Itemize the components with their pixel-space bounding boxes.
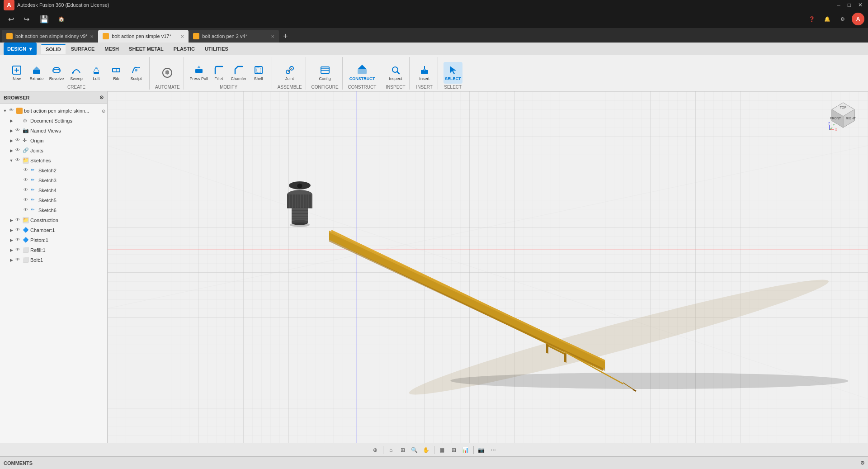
tree-item-piston1[interactable]: ▶ 👁 🔷 Piston:1 xyxy=(0,235,107,245)
loft-button[interactable]: Loft xyxy=(87,62,106,84)
tree-item-sketch5[interactable]: ▶ 👁 ✏ Sketch5 xyxy=(0,195,107,205)
tree-item-origin[interactable]: ▶ 👁 ✛ Origin xyxy=(0,136,107,146)
fillet-label: Fillet xyxy=(214,76,223,81)
extrude-button[interactable]: Extrude xyxy=(27,62,46,84)
sketch-icon-3: ✏ xyxy=(31,177,37,184)
user-avatar[interactable]: A xyxy=(852,13,864,25)
ribbon-tab-sheet-metal[interactable]: SHEET METAL xyxy=(124,44,168,53)
sculpt-button[interactable]: Sculpt xyxy=(127,62,146,84)
eye-icon-piston1[interactable]: 👁 xyxy=(15,237,22,243)
undo-button[interactable]: ↩ xyxy=(4,12,18,26)
tab-2[interactable]: bolt action pen simple v17* × xyxy=(98,30,189,43)
tree-item-sketch6[interactable]: ▶ 👁 ✏ Sketch6 xyxy=(0,205,107,215)
help-button[interactable]: ❓ xyxy=(806,13,818,25)
more-tools-button[interactable]: ⋯ xyxy=(488,445,498,455)
tree-item-joints[interactable]: ▶ 👁 🔗 Joints xyxy=(0,146,107,156)
tree-item-doc-settings[interactable]: ▶ 👁 ⚙ Document Settings xyxy=(0,116,107,126)
ribbon: DESIGN ▼ SOLID SURFACE MESH SHEET METAL … xyxy=(0,43,868,91)
configure-section-label: CONFIGURE xyxy=(311,85,339,90)
press-pull-button[interactable]: Press Pull xyxy=(189,62,208,84)
eye-icon-chamber1[interactable]: 👁 xyxy=(15,227,22,233)
eye-icon-sketch3[interactable]: 👁 xyxy=(24,177,30,184)
tree-arrow-refill1: ▶ xyxy=(8,247,14,253)
screenshot-button[interactable]: 📷 xyxy=(476,445,486,455)
eye-icon-refill1[interactable]: 👁 xyxy=(15,247,22,253)
tab-3[interactable]: bolt action pen 2 v4* × xyxy=(189,30,279,43)
tab-1[interactable]: bolt action pen simple skinny v9* × xyxy=(2,30,98,43)
pan-button[interactable]: ✋ xyxy=(421,445,431,455)
tree-item-sketch2[interactable]: ▶ 👁 ✏ Sketch2 xyxy=(0,166,107,175)
eye-icon-bolt1[interactable]: 👁 xyxy=(15,257,22,263)
eye-icon-origin[interactable]: 👁 xyxy=(15,137,22,144)
viewport[interactable]: TOP RIGHT FRONT X Z Y xyxy=(108,91,868,443)
tree-item-sketch3[interactable]: ▶ 👁 ✏ Sketch3 xyxy=(0,175,107,185)
tree-item-sketches[interactable]: ▼ 👁 📁 Sketches xyxy=(0,156,107,166)
eye-icon-sketches[interactable]: 👁 xyxy=(15,157,22,164)
chamfer-button[interactable]: Chamfer xyxy=(229,62,248,84)
tree-item-named-views[interactable]: ▶ 👁 📷 Named Views xyxy=(0,126,107,136)
view-cube[interactable]: TOP RIGHT FRONT X Z Y xyxy=(827,100,859,132)
display-mode-button[interactable]: ▦ xyxy=(437,445,447,455)
select-button[interactable]: SELECT xyxy=(443,62,462,84)
ribbon-tab-utilities[interactable]: UTILITIES xyxy=(200,44,233,53)
tree-item-bolt1[interactable]: ▶ 👁 ⬜ Bolt:1 xyxy=(0,255,107,265)
tree-item-chamber1[interactable]: ▶ 👁 🔷 Chamber:1 xyxy=(0,225,107,235)
eye-icon-sketch2[interactable]: 👁 xyxy=(24,167,30,174)
tree-arrow-doc-settings: ▶ xyxy=(8,118,14,124)
minimize-button[interactable]: – xyxy=(835,2,842,8)
redo-button[interactable]: ↪ xyxy=(19,12,33,26)
ribbon-tab-plastic[interactable]: PLASTIC xyxy=(169,44,199,53)
save-button[interactable]: 💾 xyxy=(37,12,52,26)
tab-close-3[interactable]: × xyxy=(271,33,275,40)
insert-button[interactable]: Insert xyxy=(415,62,434,84)
browser-options-button[interactable]: ⊙ xyxy=(102,109,105,114)
design-dropdown[interactable]: DESIGN ▼ xyxy=(4,43,37,55)
fillet-button[interactable]: Fillet xyxy=(209,62,228,84)
eye-icon-joints[interactable]: 👁 xyxy=(15,147,22,154)
home-view-button[interactable]: ⌂ xyxy=(386,445,396,455)
ribbon-tab-solid[interactable]: SOLID xyxy=(41,44,66,54)
notifications-button[interactable]: 🔔 xyxy=(821,13,834,25)
eye-icon-sketch4[interactable]: 👁 xyxy=(24,187,30,194)
tree-item-construction[interactable]: ▶ 👁 📁 Construction xyxy=(0,215,107,225)
eye-icon-construction[interactable]: 👁 xyxy=(15,217,22,223)
orbit-button[interactable]: ⊕ xyxy=(370,445,380,455)
tab-icon-3 xyxy=(193,33,199,39)
home-button[interactable]: 🏠 xyxy=(55,13,68,25)
browser-collapse-button[interactable]: ⊙ xyxy=(99,95,104,100)
eye-icon-sketch5[interactable]: 👁 xyxy=(24,197,30,204)
restore-button[interactable]: □ xyxy=(846,2,853,8)
settings-button[interactable]: ⚙ xyxy=(836,13,849,25)
analysis-button[interactable]: 📊 xyxy=(461,445,471,455)
configure-button[interactable]: Config xyxy=(316,62,335,84)
fit-button[interactable]: ⊞ xyxy=(398,445,408,455)
tree-item-sketch4[interactable]: ▶ 👁 ✏ Sketch4 xyxy=(0,185,107,195)
construct-button[interactable]: CONSTRUCT xyxy=(350,60,374,84)
app-icon: A xyxy=(4,0,14,10)
new-component-button[interactable]: New xyxy=(7,62,26,84)
automate-button[interactable] xyxy=(158,62,177,84)
inspect-button[interactable]: Inspect xyxy=(386,62,405,84)
svg-rect-22 xyxy=(321,67,329,73)
zoom-button[interactable]: 🔍 xyxy=(410,445,420,455)
new-tab-button[interactable]: + xyxy=(279,30,292,43)
joint-button[interactable]: Joint xyxy=(280,62,299,84)
shell-button[interactable]: Shell xyxy=(249,62,268,84)
tree-item-refill1[interactable]: ▶ 👁 ⬜ Refill:1 xyxy=(0,245,107,255)
rib-label: Rib xyxy=(113,76,119,81)
rib-button[interactable]: Rib xyxy=(107,62,126,84)
ribbon-tab-mesh[interactable]: MESH xyxy=(100,44,123,53)
close-button[interactable]: ✕ xyxy=(856,2,864,8)
tab-close-2[interactable]: × xyxy=(181,33,184,40)
ribbon-tab-surface[interactable]: SURFACE xyxy=(66,44,99,53)
tree-item-root[interactable]: ▼ 👁 bolt action pen simple skinn... ⊙ xyxy=(0,106,107,116)
svg-marker-16 xyxy=(197,66,201,68)
sweep-button[interactable]: Sweep xyxy=(67,62,86,84)
revolve-button[interactable]: Revolve xyxy=(47,62,66,84)
eye-icon-root[interactable]: 👁 xyxy=(9,108,15,114)
comments-toggle[interactable]: ⊙ xyxy=(860,460,864,466)
grid-toggle-button[interactable]: ⊞ xyxy=(449,445,459,455)
eye-icon-sketch6[interactable]: 👁 xyxy=(24,207,30,213)
tab-close-1[interactable]: × xyxy=(90,33,94,40)
eye-icon-named-views[interactable]: 👁 xyxy=(15,128,22,134)
